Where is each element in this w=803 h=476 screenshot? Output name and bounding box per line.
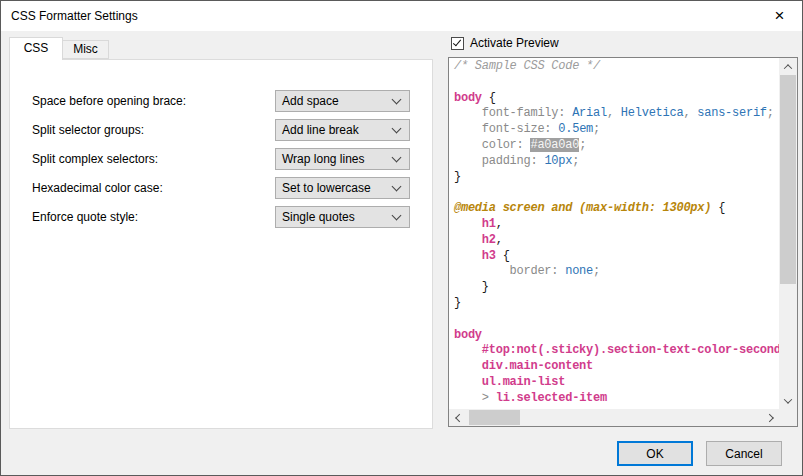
combobox-4[interactable]: Set to lowercase bbox=[275, 177, 410, 199]
code-token: padding: bbox=[454, 154, 544, 168]
form-label: Split selector groups: bbox=[32, 119, 144, 141]
scrollbar-corner bbox=[779, 409, 797, 426]
tab-misc[interactable]: Misc bbox=[63, 40, 109, 59]
activate-preview-label: Activate Preview bbox=[470, 36, 559, 50]
code-token: ; bbox=[572, 154, 579, 168]
vertical-scrollbar-thumb[interactable] bbox=[780, 75, 796, 284]
code-token: body bbox=[454, 328, 482, 342]
combobox-5[interactable]: Single quotes bbox=[275, 206, 410, 228]
code-token: ; bbox=[767, 106, 774, 120]
code-line: body bbox=[454, 328, 779, 344]
combo-selected-value: Add line break bbox=[276, 123, 393, 137]
code-token: li.selected-item bbox=[496, 391, 607, 405]
combobox-1[interactable]: Add space bbox=[275, 90, 410, 112]
chevron-down-icon bbox=[392, 211, 402, 221]
settings-form: Space before opening brace:Add spaceSpli… bbox=[9, 59, 433, 429]
form-label: Hexadecimal color case: bbox=[32, 177, 163, 199]
code-line: } bbox=[454, 170, 779, 186]
code-line: body { bbox=[454, 91, 779, 107]
code-token: , bbox=[496, 233, 503, 247]
code-token: ; bbox=[593, 264, 600, 278]
form-label: Split complex selectors: bbox=[32, 148, 158, 170]
scroll-up-button[interactable] bbox=[779, 58, 797, 75]
code-token: { bbox=[496, 249, 510, 263]
chevron-down-icon bbox=[392, 153, 402, 163]
code-line: font-size: 0.5em; bbox=[454, 122, 779, 138]
code-token: #a0a0a0 bbox=[530, 138, 579, 152]
activate-preview-checkbox[interactable]: Activate Preview bbox=[451, 35, 559, 51]
code-line: /* Sample CSS Code */ bbox=[454, 59, 779, 75]
code-token: ; bbox=[593, 122, 600, 136]
code-line: div.main-content bbox=[454, 359, 779, 375]
code-line: h1, bbox=[454, 217, 779, 233]
code-token: { bbox=[482, 91, 496, 105]
form-row: Enforce quote style:Single quotes bbox=[10, 206, 432, 228]
code-line bbox=[454, 185, 779, 201]
horizontal-scrollbar-thumb[interactable] bbox=[469, 410, 520, 425]
checkmark-icon bbox=[453, 37, 461, 46]
code-token: { bbox=[711, 201, 725, 215]
code-line: border: none; bbox=[454, 264, 779, 280]
code-token: , bbox=[683, 106, 697, 120]
combo-selected-value: Single quotes bbox=[276, 210, 393, 224]
chevron-down-icon bbox=[784, 395, 792, 403]
code-line: h3 { bbox=[454, 249, 779, 265]
code-token: h2 bbox=[454, 233, 496, 247]
horizontal-scrollbar[interactable] bbox=[449, 409, 779, 426]
code-token: h3 bbox=[454, 249, 496, 263]
form-row: Space before opening brace:Add space bbox=[10, 90, 432, 112]
code-line: } bbox=[454, 280, 779, 296]
code-token: #top:not(.sticky).section-text-color-sec… bbox=[454, 343, 779, 357]
form-row: Split selector groups:Add line break bbox=[10, 119, 432, 141]
close-icon: × bbox=[775, 6, 785, 26]
code-token: , bbox=[607, 106, 621, 120]
code-token: h1 bbox=[454, 217, 496, 231]
scroll-left-button[interactable] bbox=[449, 409, 466, 426]
code-preview: /* Sample CSS Code */ body { font-family… bbox=[449, 58, 779, 409]
code-line: font-family: Arial, Helvetica, sans-seri… bbox=[454, 106, 779, 122]
close-button[interactable]: × bbox=[757, 1, 802, 31]
code-line: #top:not(.sticky).section-text-color-sec… bbox=[454, 343, 779, 359]
code-token: } bbox=[454, 170, 461, 184]
code-line: > li.selected-item bbox=[454, 391, 779, 407]
chevron-down-icon bbox=[392, 95, 402, 105]
code-token: ; bbox=[579, 138, 586, 152]
code-line: color: #a0a0a0; bbox=[454, 138, 779, 154]
code-line: ul.main-list bbox=[454, 375, 779, 391]
form-row: Split complex selectors:Wrap long lines bbox=[10, 148, 432, 170]
form-label: Enforce quote style: bbox=[32, 206, 138, 228]
code-token: } bbox=[454, 280, 489, 294]
code-line: } bbox=[454, 296, 779, 312]
code-line bbox=[454, 312, 779, 328]
code-token: Arial bbox=[572, 106, 607, 120]
scroll-right-button[interactable] bbox=[762, 409, 779, 426]
code-token: } bbox=[454, 296, 461, 310]
code-line bbox=[454, 75, 779, 91]
code-token: font-size: bbox=[454, 122, 558, 136]
vertical-scrollbar[interactable] bbox=[779, 58, 797, 409]
code-token: font-family: bbox=[454, 106, 572, 120]
scroll-down-button[interactable] bbox=[779, 392, 797, 409]
code-token: Helvetica bbox=[621, 106, 684, 120]
cancel-button[interactable]: Cancel bbox=[706, 441, 782, 466]
checkbox-icon bbox=[451, 37, 464, 50]
css-formatter-settings-dialog: CSS Formatter Settings × CSS Misc Space … bbox=[0, 0, 803, 476]
code-line: @media screen and (max-width: 1300px) { bbox=[454, 201, 779, 217]
code-token: > bbox=[454, 391, 496, 405]
combo-selected-value: Wrap long lines bbox=[276, 152, 393, 166]
tab-css[interactable]: CSS bbox=[9, 37, 63, 60]
ok-button[interactable]: OK bbox=[617, 441, 693, 466]
combobox-3[interactable]: Wrap long lines bbox=[275, 148, 410, 170]
chevron-left-icon bbox=[455, 413, 463, 421]
code-line: h2, bbox=[454, 233, 779, 249]
combobox-2[interactable]: Add line break bbox=[275, 119, 410, 141]
window-title: CSS Formatter Settings bbox=[1, 9, 757, 23]
combo-selected-value: Set to lowercase bbox=[276, 181, 393, 195]
css-preview-pane: /* Sample CSS Code */ body { font-family… bbox=[448, 57, 798, 427]
code-token: 0.5em bbox=[558, 122, 593, 136]
combo-selected-value: Add space bbox=[276, 94, 393, 108]
chevron-down-icon bbox=[392, 124, 402, 134]
code-token: body bbox=[454, 91, 482, 105]
code-token: ul.main-list bbox=[454, 375, 565, 389]
code-token: div.main-content bbox=[454, 359, 593, 373]
